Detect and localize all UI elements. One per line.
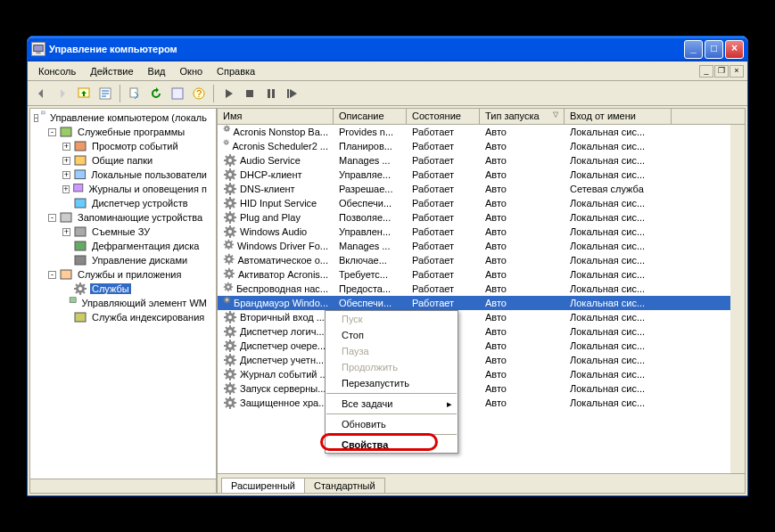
expand-icon[interactable]: - <box>48 128 56 136</box>
ctx-properties[interactable]: Свойства <box>326 437 458 453</box>
tree-item-lg[interactable]: +Журналы и оповещения п <box>30 182 216 196</box>
forward-button[interactable] <box>53 84 72 103</box>
tree-scrollbar[interactable] <box>30 479 216 493</box>
tree-item-idx[interactable]: Служба индексирования <box>30 310 216 324</box>
service-row[interactable]: Acronis Nonstop Ba...Provides n...Работа… <box>218 125 745 139</box>
tab-extended[interactable]: Расширенный <box>221 478 305 493</box>
service-row[interactable]: Windows Driver Fo...Manages ...РаботаетА… <box>218 239 745 253</box>
expand-icon[interactable]: + <box>62 228 70 236</box>
tree-item-df[interactable]: Дефрагментация диска <box>30 239 216 253</box>
help-button[interactable]: ? <box>189 84 209 103</box>
expand-icon[interactable]: - <box>48 214 56 222</box>
menu-view[interactable]: Вид <box>141 64 173 78</box>
mdi-close[interactable]: × <box>730 65 744 78</box>
service-row[interactable]: Запуск серверны...АвтоЛокальная сис... <box>218 381 745 396</box>
service-row[interactable]: Беспроводная нас...Предоста...РаботаетАв… <box>218 282 745 296</box>
refresh-button[interactable] <box>146 84 166 103</box>
service-row[interactable]: Windows AudioУправлен...РаботаетАвтоЛока… <box>218 225 745 239</box>
minimize-button[interactable]: _ <box>684 40 703 59</box>
tree-item-sh[interactable]: +Общие папки <box>30 153 216 168</box>
service-row[interactable]: Plug and PlayПозволяе...РаботаетАвтоЛока… <box>218 210 745 225</box>
gear-icon <box>223 253 235 267</box>
tool-button-1[interactable] <box>168 84 187 103</box>
service-row[interactable]: Audio ServiceManages ...РаботаетАвтоЛока… <box>218 153 745 168</box>
service-row[interactable]: HID Input ServiceОбеспечи...РаботаетАвто… <box>218 196 745 210</box>
tree-item-svc[interactable]: Службы <box>30 282 216 296</box>
service-row[interactable]: Активатор Acronis...Требуетс...РаботаетА… <box>218 267 745 282</box>
menu-help[interactable]: Справка <box>210 64 262 78</box>
tree-item-ev[interactable]: +Просмотр событий <box>30 139 216 153</box>
list-header: Имя Описание Состояние Тип запуска ▽ Вхо… <box>218 109 745 125</box>
svg-rect-18 <box>74 184 83 192</box>
tree-panel[interactable]: -Управление компьютером (локаль-Служебны… <box>30 109 218 493</box>
ctx-pause[interactable]: Пауза <box>326 343 458 359</box>
tree-item-root[interactable]: -Управление компьютером (локаль <box>30 110 216 125</box>
col-name[interactable]: Имя <box>218 109 334 124</box>
svg-point-36 <box>228 173 232 176</box>
pause-button[interactable] <box>261 84 281 103</box>
gear-icon <box>223 182 237 196</box>
col-logon[interactable]: Вход от имени <box>565 109 672 124</box>
properties-button[interactable] <box>95 84 115 103</box>
titlebar[interactable]: Управление компьютером _ □ × <box>28 37 747 61</box>
maximize-button[interactable]: □ <box>705 40 723 59</box>
service-row[interactable]: Журнал событий ...АвтоЛокальная сис... <box>218 367 745 381</box>
expand-icon[interactable]: + <box>62 143 70 151</box>
service-row[interactable]: Диспетчер логич...АвтоЛокальная сис... <box>218 324 745 339</box>
ctx-stop[interactable]: Стоп <box>326 327 458 343</box>
tree-item-wmi[interactable]: Управляющий элемент WM <box>30 296 216 310</box>
export-button[interactable] <box>125 84 144 103</box>
service-row[interactable]: Диспетчер очере...АвтоЛокальная сис... <box>218 339 745 353</box>
service-row[interactable]: Вторичный вход ...АвтоЛокальная сис... <box>218 310 745 324</box>
expand-icon[interactable]: - <box>48 271 56 279</box>
col-startup[interactable]: Тип запуска ▽ <box>480 109 565 124</box>
tab-standard[interactable]: Стандартный <box>304 478 385 493</box>
tree-item-dm[interactable]: Диспетчер устройств <box>30 196 216 210</box>
up-button[interactable] <box>74 84 94 103</box>
expand-icon[interactable]: - <box>34 114 38 122</box>
restart-button[interactable] <box>283 84 302 103</box>
service-row[interactable]: DHCP-клиентУправляе...РаботаетАвтоЛокаль… <box>218 168 745 182</box>
service-row[interactable]: Брандмауэр Windo...Обеспечи...РаботаетАв… <box>218 296 745 310</box>
tree-item-stor[interactable]: -Запоминающие устройства <box>30 210 216 225</box>
svg-point-68 <box>228 401 232 405</box>
col-state[interactable]: Состояние <box>407 109 480 124</box>
expand-icon[interactable]: + <box>62 157 70 165</box>
svg-rect-20 <box>61 213 71 222</box>
tree-item-dk[interactable]: Управление дисками <box>30 253 216 267</box>
tree-item-rs[interactable]: +Съемные ЗУ <box>30 225 216 239</box>
tree-icon <box>73 196 87 210</box>
mdi-minimize[interactable]: _ <box>699 65 713 78</box>
stop-button[interactable] <box>240 84 260 103</box>
ctx-alltasks[interactable]: Все задачи▸ <box>326 396 458 412</box>
ctx-start[interactable]: Пуск <box>326 311 458 327</box>
gear-icon <box>223 339 237 353</box>
menu-window[interactable]: Окно <box>173 64 210 78</box>
ctx-restart[interactable]: Перезапустить <box>326 375 458 391</box>
menu-console[interactable]: Консоль <box>31 64 83 78</box>
back-button[interactable] <box>31 84 51 103</box>
service-row[interactable]: Acronis Scheduler2 ...Планиров...Работае… <box>218 139 745 153</box>
expand-icon[interactable]: + <box>62 171 70 179</box>
service-row[interactable]: Автоматическое о...Включае...РаботаетАвт… <box>218 253 745 267</box>
close-button[interactable]: × <box>725 40 744 59</box>
tree-item-us[interactable]: +Локальные пользователи <box>30 168 216 182</box>
list-body[interactable]: Acronis Nonstop Ba...Provides n...Работа… <box>218 125 745 473</box>
tree-icon <box>59 125 73 139</box>
tree-item-sa[interactable]: -Службы и приложения <box>30 267 216 282</box>
mdi-restore[interactable]: ❐ <box>714 65 729 78</box>
ctx-refresh[interactable]: Обновить <box>326 416 458 432</box>
service-row[interactable]: Защищенное хра...АвтоЛокальная сис... <box>218 396 745 410</box>
service-row[interactable]: DNS-клиентРазрешае...РаботаетАвтоСетевая… <box>218 182 745 196</box>
tree-icon <box>72 182 85 196</box>
col-desc[interactable]: Описание <box>334 109 407 124</box>
svg-rect-13 <box>42 111 45 114</box>
tree-item-sys[interactable]: -Служебные программы <box>30 125 216 139</box>
list-scrollbar-v[interactable] <box>730 125 745 473</box>
play-button[interactable] <box>218 84 238 103</box>
menu-action[interactable]: Действие <box>83 64 140 78</box>
svg-rect-19 <box>75 199 86 208</box>
ctx-resume[interactable]: Продолжить <box>326 359 458 375</box>
service-row[interactable]: Диспетчер учетн...АвтоЛокальная сис... <box>218 353 745 367</box>
expand-icon[interactable]: + <box>62 185 70 193</box>
